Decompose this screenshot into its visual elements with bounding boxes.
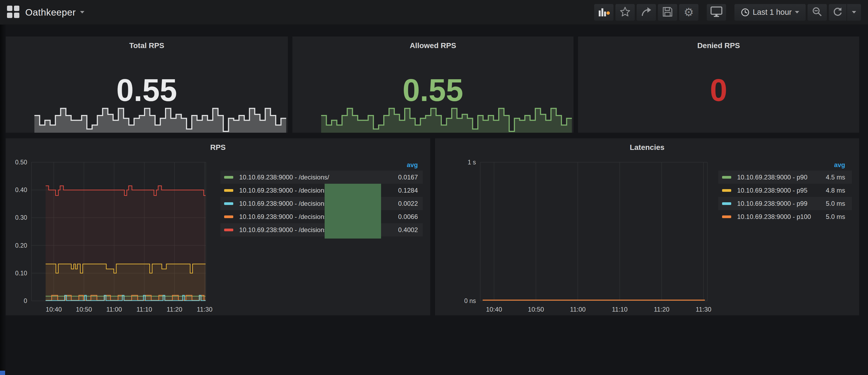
panel-latencies-graph: Latencies 10:4010:5011:0011:1011:2011:30…	[435, 138, 859, 315]
svg-text:10:40: 10:40	[486, 306, 502, 313]
legend-row[interactable]: 10.10.69.238:9000 - p100 5.0 ms	[718, 210, 852, 223]
series-avg-value: 0.4002	[377, 226, 423, 234]
svg-text:11:30: 11:30	[696, 306, 711, 313]
add-panel-icon	[598, 6, 610, 18]
series-avg-value: 0.0167	[377, 174, 423, 181]
save-icon	[662, 6, 673, 18]
panel-title[interactable]: RPS	[6, 138, 430, 152]
latencies-chart-plot[interactable]: 10:4010:5011:0011:1011:2011:300 ns1 s	[435, 154, 720, 315]
svg-text:10:40: 10:40	[46, 306, 62, 313]
rps-legend: avg 10.10.69.238:9000 - /decisions/ 0.01…	[220, 161, 423, 237]
series-label[interactable]: 10.10.69.238:9000 - /decisions/	[239, 174, 377, 181]
grid-icon	[7, 6, 19, 19]
svg-text:0.50: 0.50	[15, 159, 27, 166]
svg-text:1 s: 1 s	[468, 159, 476, 166]
series-color-swatch[interactable]	[224, 189, 233, 192]
series-color-swatch[interactable]	[722, 189, 731, 192]
save-dashboard-button[interactable]	[658, 4, 677, 21]
panel-total-rps: Total RPS 0.55	[6, 36, 288, 133]
series-label[interactable]: 10.10.69.238:9000 - p100	[737, 213, 812, 221]
legend-row[interactable]: 10.10.69.238:9000 - /decisions/ 0.0167	[220, 170, 423, 184]
navbar: Oathkeeper	[0, 0, 868, 25]
series-color-swatch[interactable]	[224, 202, 233, 205]
series-color-swatch[interactable]	[224, 215, 233, 218]
series-color-swatch[interactable]	[722, 176, 731, 179]
svg-text:10:50: 10:50	[528, 306, 544, 313]
legend-avg-header[interactable]: avg	[718, 161, 852, 170]
clock-icon	[741, 8, 749, 17]
series-color-swatch[interactable]	[224, 176, 233, 179]
legend-green-overlay-artifact	[324, 184, 381, 239]
time-range-label: Last 1 hour	[753, 8, 792, 17]
latencies-legend: avg 10.10.69.238:9000 - p90 4.5 ms 10.10…	[718, 161, 852, 223]
dashboard-settings-button[interactable]: ⚙	[679, 4, 699, 21]
legend-row[interactable]: 10.10.69.238:9000 - p95 4.8 ms	[718, 184, 852, 197]
panel-denied-rps: Denied RPS 0	[578, 36, 859, 133]
panel-title[interactable]: Latencies	[435, 138, 859, 152]
sparkline	[34, 100, 286, 133]
panel-title[interactable]: Total RPS	[6, 36, 288, 50]
series-avg-value: 4.8 ms	[812, 187, 852, 194]
star-icon	[619, 6, 631, 18]
legend-row[interactable]: 10.10.69.238:9000 - /decisions/ 0.4002	[220, 223, 423, 237]
tv-mode-button[interactable]	[707, 4, 726, 21]
dashboard-title: Oathkeeper	[25, 7, 76, 18]
svg-text:11:20: 11:20	[166, 306, 182, 313]
refresh-button[interactable]	[829, 4, 846, 21]
legend-avg-header[interactable]: avg	[220, 161, 423, 170]
svg-text:0.40: 0.40	[15, 186, 27, 193]
svg-text:0.30: 0.30	[15, 214, 27, 221]
series-avg-value: 4.5 ms	[812, 174, 852, 181]
series-avg-value: 5.0 ms	[812, 200, 852, 207]
svg-text:11:10: 11:10	[136, 306, 152, 313]
add-panel-button[interactable]	[594, 4, 614, 21]
svg-text:11:10: 11:10	[612, 306, 627, 313]
series-label[interactable]: 10.10.69.238:9000 - p99	[737, 200, 812, 207]
panel-rps-graph: RPS 10:4010:5011:0011:1011:2011:3000.100…	[6, 138, 430, 315]
svg-text:0.10: 0.10	[15, 270, 27, 277]
series-avg-value: 0.0066	[377, 213, 423, 221]
dashboards-grid-icon-button[interactable]	[7, 6, 19, 19]
rps-chart-plot[interactable]: 10:4010:5011:0011:1011:2011:3000.100.200…	[6, 154, 218, 315]
svg-text:11:20: 11:20	[654, 306, 670, 313]
share-dashboard-button[interactable]	[637, 4, 656, 21]
svg-text:0.20: 0.20	[15, 242, 27, 249]
panel-title[interactable]: Allowed RPS	[292, 36, 574, 50]
series-color-swatch[interactable]	[722, 202, 731, 205]
svg-text:11:30: 11:30	[197, 306, 212, 313]
refresh-interval-dropdown[interactable]	[847, 4, 861, 21]
star-dashboard-button[interactable]	[615, 4, 635, 21]
chevron-down-icon	[852, 11, 856, 13]
svg-text:11:00: 11:00	[106, 306, 122, 313]
gear-icon: ⚙	[684, 7, 694, 18]
stat-value: 0	[578, 75, 859, 106]
share-icon	[640, 6, 652, 18]
series-color-swatch[interactable]	[224, 228, 233, 231]
svg-text:10:50: 10:50	[76, 306, 92, 313]
zoom-out-icon	[812, 6, 823, 18]
svg-text:0: 0	[24, 298, 27, 304]
chevron-down-icon	[80, 11, 84, 13]
refresh-split-button	[829, 4, 861, 21]
legend-row[interactable]: 10.10.69.238:9000 - /decisions/ 0.1284	[220, 184, 423, 197]
zoom-out-time-button[interactable]	[808, 4, 827, 21]
chevron-down-icon	[795, 11, 799, 13]
time-range-picker[interactable]: Last 1 hour	[735, 4, 806, 21]
dashboard-title-dropdown[interactable]: Oathkeeper	[25, 7, 84, 18]
svg-text:11:00: 11:00	[570, 306, 586, 313]
series-label[interactable]: 10.10.69.238:9000 - p90	[737, 174, 812, 181]
sparkline	[321, 100, 572, 133]
series-label[interactable]: 10.10.69.238:9000 - p95	[737, 187, 812, 194]
monitor-icon	[710, 6, 723, 19]
refresh-icon	[832, 6, 843, 18]
series-avg-value: 5.0 ms	[812, 213, 852, 221]
bottom-left-blue-artifact	[0, 371, 5, 375]
series-color-swatch[interactable]	[722, 215, 731, 218]
panel-title[interactable]: Denied RPS	[578, 36, 859, 50]
legend-row[interactable]: 10.10.69.238:9000 - p90 4.5 ms	[718, 170, 852, 184]
legend-row[interactable]: 10.10.69.238:9000 - /decisions/ 0.0066	[220, 210, 423, 223]
svg-text:0 ns: 0 ns	[464, 298, 476, 304]
legend-row[interactable]: 10.10.69.238:9000 - /decisions/ 0.0022	[220, 197, 423, 210]
series-avg-value: 0.1284	[377, 187, 423, 194]
legend-row[interactable]: 10.10.69.238:9000 - p99 5.0 ms	[718, 197, 852, 210]
